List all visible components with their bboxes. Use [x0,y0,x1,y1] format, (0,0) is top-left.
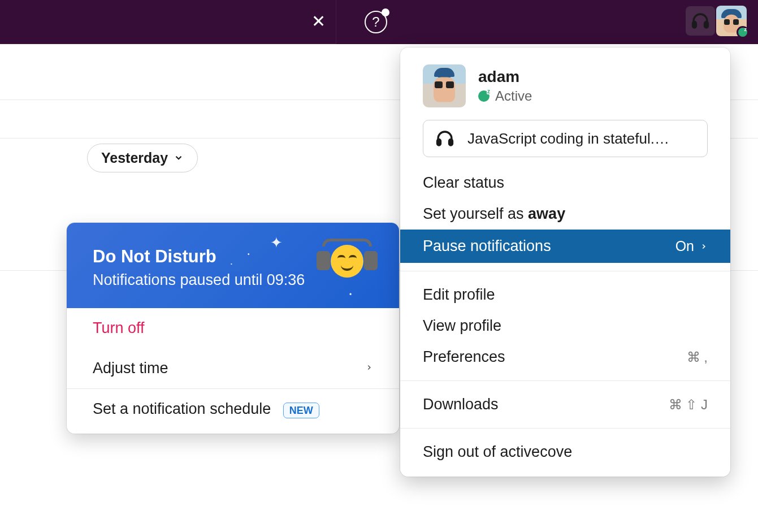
view-profile[interactable]: View profile [400,310,730,341]
preferences-shortcut: ⌘ , [687,349,708,365]
downloads[interactable]: Downloads ⌘ ⇧ J [400,389,730,420]
chevron-down-icon [174,150,184,166]
sparkle-icon: ✦ [270,234,283,252]
preferences-label: Preferences [423,348,505,366]
presence-label: Active [495,88,532,104]
sign-out-label: Sign out of activecove [423,443,572,461]
preferences[interactable]: Preferences ⌘ , [400,341,730,373]
sparkle-icon: • [248,251,250,257]
close-icon[interactable]: ✕ [311,13,326,30]
set-away-label: Set yourself as away [423,205,565,223]
pause-notifications-state: On [675,238,708,254]
status-text: JavaScript coding in stateful.… [467,130,669,148]
edit-profile-label: Edit profile [423,286,495,304]
dnd-turn-off-label: Turn off [93,319,145,337]
dnd-schedule-label: Set a notification schedule [93,400,271,417]
sparkle-icon: • [349,291,352,299]
pause-notifications[interactable]: Pause notifications On [400,230,730,263]
search-area: ✕ [0,0,336,44]
help-icon[interactable]: ? [365,11,387,33]
sparkle-icon: • [231,261,232,266]
divider [400,380,730,381]
set-away-bold: away [528,205,565,222]
chevron-right-icon [365,360,373,377]
downloads-label: Downloads [423,396,499,413]
edit-profile[interactable]: Edit profile [400,279,730,310]
dnd-adjust-time[interactable]: Adjust time [67,348,399,388]
dnd-turn-off[interactable]: Turn off [67,308,399,348]
view-profile-label: View profile [423,317,501,335]
dnd-flyout: ✦ • • • Do Not Disturb Notifications pau… [67,223,399,434]
clear-status-label: Clear status [423,174,504,192]
date-jump-pill[interactable]: Yesterday [87,144,198,172]
svg-rect-3 [449,140,453,146]
set-away-prefix: Set yourself as [423,205,528,222]
status-headphones-icon[interactable] [686,6,715,36]
date-pill-label: Yesterday [101,150,168,166]
dnd-adjust-time-label: Adjust time [93,360,168,377]
user-avatar-button[interactable] [716,6,747,36]
pause-state-text: On [675,238,694,254]
help-glyph: ? [372,14,379,30]
presence-indicator-dnd-icon [737,26,749,38]
profile-menu: adam Active JavaScript coding in statefu… [400,47,730,477]
status-field[interactable]: JavaScript coding in stateful.… [423,120,708,157]
dnd-schedule[interactable]: Set a notification schedule NEW [67,389,399,434]
downloads-shortcut: ⌘ ⇧ J [669,397,708,413]
profile-header: adam Active [400,47,730,120]
profile-presence: Active [478,88,532,104]
presence-dot-icon [478,90,490,102]
divider [400,428,730,429]
svg-rect-1 [705,22,708,28]
dnd-subtitle: Notifications paused until 09:36 [93,271,373,289]
top-bar: ✕ ? [0,0,758,44]
svg-rect-2 [438,140,441,146]
profile-name: adam [478,68,532,86]
dnd-header: ✦ • • • Do Not Disturb Notifications pau… [67,223,399,308]
pause-notifications-label: Pause notifications [423,237,551,255]
topbar-right [686,6,747,36]
set-away[interactable]: Set yourself as away [400,198,730,230]
profile-avatar [423,64,466,107]
headphones-icon [435,128,455,149]
content-area: Yesterday ✦ • • • Do Not Disturb Notific… [0,44,758,532]
clear-status[interactable]: Clear status [400,167,730,198]
svg-rect-0 [693,22,696,28]
divider [400,271,730,271]
sign-out[interactable]: Sign out of activecove [400,436,730,474]
new-badge: NEW [283,403,319,418]
